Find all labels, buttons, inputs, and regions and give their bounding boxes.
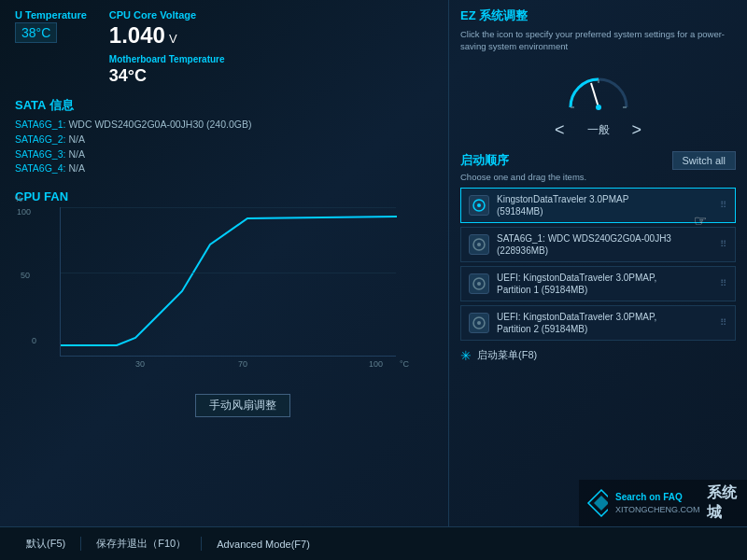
save-exit-btn[interactable]: 保存并退出（F10） (81, 537, 202, 551)
cpu-voltage-value: 1.040 (109, 22, 165, 49)
left-panel: U Temperature 38°C CPU Core Voltage 1.04… (0, 0, 430, 541)
cpu-voltage-unit: V (169, 32, 177, 46)
ez-nav: < 一般 > (460, 120, 736, 140)
cpu-temp-block: U Temperature 38°C (15, 9, 87, 47)
boot-title: 启动顺序 (460, 152, 509, 169)
boot-item-text-1: SATA6G_1: WDC WDS240G2G0A-00JH3(228936MB… (497, 232, 720, 257)
svg-line-0 (591, 83, 599, 107)
fan-title: CPU FAN (15, 189, 415, 203)
switch-all-button[interactable]: Switch all (672, 151, 736, 170)
cpu-temp-label: U Temperature (15, 9, 87, 21)
watermark-text: Search on FAQ XITONGCHENG.COM (615, 491, 699, 516)
fan-pct-label: % (15, 194, 22, 203)
boot-item-icon-3 (469, 313, 489, 333)
boot-item-2[interactable]: UEFI: KingstonDataTraveler 3.0PMAP,Parti… (460, 266, 736, 301)
default-btn[interactable]: 默认(F5) (11, 537, 81, 551)
ez-desc: Click the icon to specify your preferred… (460, 28, 736, 53)
sata-label-2: SATA6G_2: (15, 133, 68, 145)
svg-point-6 (477, 203, 481, 207)
sata-item-3: SATA6G_3: N/A (15, 147, 415, 162)
boot-item-name-0: KingstonDataTraveler 3.0PMAP(59184MB) (497, 193, 720, 217)
ez-gauge-svg[interactable] (561, 61, 636, 117)
watermark-site: XITONGCHENG.COM (615, 504, 699, 516)
fan-chart-svg (61, 207, 397, 357)
svg-marker-14 (594, 496, 608, 511)
svg-point-8 (477, 243, 481, 246)
fan-xtick-30: 30 (135, 359, 145, 369)
fan-ytick-100: 100 (17, 207, 31, 217)
boot-item-dots-3: ⠿ (720, 317, 727, 328)
ez-title: EZ 系统调整 (460, 7, 736, 24)
mb-temp-block: Motherboard Temperature 34°C (109, 54, 225, 86)
sata-item-4: SATA6G_4: N/A (15, 161, 415, 176)
ez-gauge (460, 61, 736, 117)
fan-manual-btn[interactable]: 手动风扇调整 (195, 394, 290, 417)
fan-xtick-70: 70 (238, 359, 247, 369)
disk-icon-2 (472, 277, 486, 290)
boot-subtitle: Choose one and drag the items. (460, 172, 736, 182)
boot-item-name-3: UEFI: KingstonDataTraveler 3.0PMAP,Parti… (497, 311, 720, 335)
fan-xtick-100: 100 (369, 359, 383, 369)
boot-header: 启动顺序 Switch all (460, 151, 736, 170)
sata-section: SATA 信息 SATA6G_1: WDC WDS240G2G0A-00JH30… (15, 97, 415, 176)
boot-section: 启动顺序 Switch all Choose one and drag the … (460, 151, 736, 363)
startup-section: ✳ 启动菜单(F8) (460, 348, 736, 363)
boot-item-icon-1 (469, 234, 489, 255)
boot-item-dots-0: ⠿ (720, 200, 727, 210)
gridline-top (61, 207, 396, 208)
advanced-mode-btn[interactable]: Advanced Mode(F7) (202, 539, 325, 550)
fan-section: CPU FAN % 100 50 0 30 (15, 189, 415, 417)
sata-label-3: SATA6G_3: (15, 148, 68, 160)
watermark-title: Search on FAQ (615, 491, 699, 504)
disk-icon-1 (472, 238, 486, 251)
boot-item-dots-1: ⠿ (720, 239, 727, 249)
boot-item-text-3: UEFI: KingstonDataTraveler 3.0PMAP,Parti… (497, 311, 720, 335)
boot-item-dots-2: ⠿ (720, 278, 727, 288)
boot-item-text-2: UEFI: KingstonDataTraveler 3.0PMAP,Parti… (497, 272, 720, 296)
cpu-temp-value: 38°C (15, 22, 57, 43)
fan-xtick-unit: °C (400, 359, 409, 369)
sata-item-1: SATA6G_1: WDC WDS240G2G0A-00JH30 (240.0G… (15, 118, 415, 133)
boot-item-text-0: KingstonDataTraveler 3.0PMAP(59184MB) (497, 193, 720, 217)
boot-item-name-2: UEFI: KingstonDataTraveler 3.0PMAP,Parti… (497, 272, 720, 296)
boot-item-icon-2 (469, 273, 489, 294)
startup-label[interactable]: 启动菜单(F8) (477, 348, 537, 362)
fan-ytick-0: 0 (32, 336, 36, 345)
ez-nav-next[interactable]: > (632, 120, 642, 140)
watermark: Search on FAQ XITONGCHENG.COM 系统城 (579, 480, 747, 526)
mb-temp-label: Motherboard Temperature (109, 54, 225, 64)
fan-chart: 30 70 100 °C (60, 207, 396, 357)
sata-label-4: SATA6G_4: (15, 162, 68, 174)
ez-nav-label: 一般 (587, 122, 610, 138)
ez-nav-prev[interactable]: < (555, 120, 565, 140)
sata-label-1: SATA6G_1: (15, 119, 68, 130)
boot-item-1[interactable]: SATA6G_1: WDC WDS240G2G0A-00JH3(228936MB… (460, 227, 736, 262)
diamond-logo (586, 488, 608, 518)
boot-item-name-1: SATA6G_1: WDC WDS240G2G0A-00JH3(228936MB… (497, 232, 720, 257)
boot-item-3[interactable]: UEFI: KingstonDataTraveler 3.0PMAP,Parti… (460, 305, 736, 341)
sata-item-2: SATA6G_2: N/A (15, 133, 415, 147)
boot-item-0[interactable]: KingstonDataTraveler 3.0PMAP(59184MB) ⠿ … (460, 188, 736, 223)
bottom-bar: 默认(F5) 保存并退出（F10） Advanced Mode(F7) (0, 526, 747, 560)
watermark-brand: 系统城 (707, 483, 740, 523)
metrics-row: U Temperature 38°C CPU Core Voltage 1.04… (15, 9, 415, 86)
svg-point-12 (477, 321, 481, 325)
right-panel: EZ 系统调整 Click the icon to specify your p… (448, 0, 747, 541)
sata-title: SATA 信息 (15, 97, 415, 114)
fan-ytick-50: 50 (21, 271, 30, 280)
boot-item-icon-0 (469, 195, 489, 216)
svg-point-10 (477, 282, 481, 286)
cpu-voltage-label: CPU Core Voltage (109, 9, 225, 21)
gridline-mid (61, 273, 396, 273)
startup-icon: ✳ (460, 348, 472, 363)
ez-section: EZ 系统调整 Click the icon to specify your p… (460, 7, 736, 140)
disk-icon-3 (472, 316, 486, 329)
mb-temp-value: 34°C (109, 66, 225, 86)
cpu-voltage-block: CPU Core Voltage 1.040 V Motherboard Tem… (109, 9, 225, 86)
svg-point-1 (596, 105, 601, 110)
disk-icon-0 (472, 199, 486, 212)
